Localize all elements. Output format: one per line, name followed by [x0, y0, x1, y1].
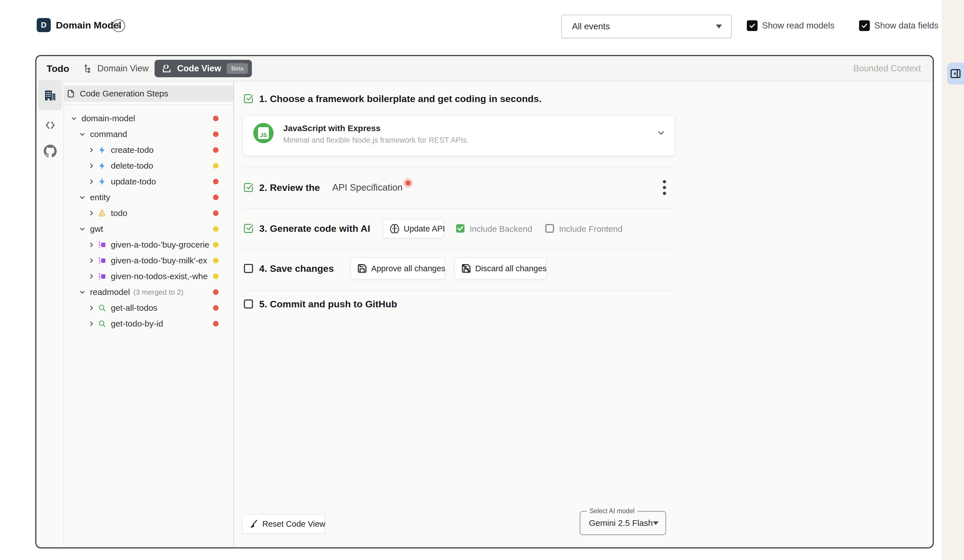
chevron-right-icon [88, 162, 96, 169]
panel-collapse-icon [949, 68, 961, 80]
status-dot [213, 321, 218, 327]
search-icon [98, 304, 107, 312]
gwt-scenario-icon [98, 272, 107, 280]
tree-node-update-todo[interactable]: update-todo [64, 174, 233, 189]
save-off-icon [461, 264, 471, 273]
tree-divider [233, 81, 234, 549]
update-api-button[interactable]: Update API [383, 219, 444, 238]
context-name: Todo [47, 56, 69, 81]
ai-model-value: Gemini 2.5 Flash [589, 512, 653, 534]
events-filter-select[interactable]: All events [561, 15, 731, 38]
status-dot [213, 116, 218, 121]
checkbox-checked-icon [747, 20, 757, 31]
tree-header-label: Code Generation Steps [80, 89, 168, 98]
tab-label: Code View [177, 63, 221, 73]
events-filter-value: All events [572, 21, 610, 32]
divider [243, 208, 675, 208]
gwt-scenario-icon [98, 256, 107, 265]
tree-node-gwt-scenario[interactable]: given-a-todo-'buy-grocerie [64, 237, 233, 252]
divider [243, 167, 675, 168]
kebab-menu-icon[interactable] [661, 179, 668, 197]
checkbox-unchecked-icon [243, 263, 254, 274]
discard-all-changes-button[interactable]: Discard all changes [454, 257, 546, 280]
tree-node-gwt-scenario[interactable]: given-no-todos-exist,-whe [64, 269, 233, 284]
status-dot [213, 242, 218, 247]
status-dot [213, 305, 218, 311]
step4-checkbox[interactable] [243, 263, 254, 275]
status-dot [213, 258, 218, 264]
broom-icon [249, 519, 258, 529]
tab-label: Domain View [97, 63, 149, 73]
status-dot [213, 273, 218, 279]
step2-checkbox[interactable] [243, 182, 254, 194]
save-icon [357, 264, 367, 273]
tab-code-view[interactable]: Code View Beta [155, 60, 252, 77]
framework-select-card[interactable]: JS JavaScript with Express Minimal and f… [243, 115, 675, 156]
chevron-down-icon [79, 194, 86, 201]
approve-all-changes-button[interactable]: Approve all changes [350, 257, 445, 280]
checkbox-unchecked-icon [243, 299, 254, 309]
tree-node-get-todo-by-id[interactable]: get-todo-by-id [64, 316, 233, 332]
merge-info: (3 merged to 2) [134, 288, 184, 296]
include-frontend-toggle[interactable]: Include Frontend [544, 223, 622, 235]
rail-item-model[interactable] [38, 80, 62, 110]
code-icon [45, 120, 55, 130]
status-dot [213, 289, 218, 295]
tree-node-todo[interactable]: todo [64, 205, 233, 221]
status-dot [213, 210, 218, 216]
tree-node-entity[interactable]: entity [64, 189, 233, 205]
tree-node-command[interactable]: command [64, 126, 233, 142]
app-logo: D [37, 18, 51, 32]
tree-node-readmodel[interactable]: readmodel (3 merged to 2) [64, 284, 233, 300]
chevron-down-icon [656, 128, 666, 138]
code-tree: Code Generation Steps domain-model comma… [64, 81, 233, 549]
tree-header-code-generation-steps[interactable]: Code Generation Steps [64, 85, 233, 102]
tab-domain-view[interactable]: Domain View [79, 60, 153, 77]
framework-subtitle: Minimal and flexible Node.js framework f… [283, 136, 469, 145]
ai-model-select[interactable]: Select AI model Gemini 2.5 Flash [580, 511, 666, 535]
rail-item-github[interactable] [38, 141, 62, 161]
code-view-icon [161, 63, 172, 74]
notification-dot [405, 181, 410, 186]
reset-code-view-button[interactable]: Reset Code View [242, 514, 325, 534]
step1-title: 1. Choose a framework boilerplate and ge… [259, 93, 542, 104]
step3-checkbox[interactable] [243, 223, 254, 235]
step1-checkbox[interactable] [243, 93, 254, 105]
caret-down-icon [653, 521, 659, 525]
building-icon [44, 88, 57, 102]
include-backend-toggle[interactable]: Include Backend [455, 223, 532, 235]
divider [64, 104, 233, 105]
tree-node-delete-todo[interactable]: delete-todo [64, 158, 233, 174]
tree-node-gwt-scenario[interactable]: given-a-todo-'buy-milk'-ex [64, 252, 233, 269]
checkbox-checked-icon [455, 223, 466, 235]
file-icon [66, 89, 75, 98]
tree-node-gwt[interactable]: gwt [64, 221, 233, 237]
api-specification-link[interactable]: API Specification [332, 182, 402, 193]
bounded-context-panel: Todo Domain View Code View Beta Bounded … [35, 55, 934, 549]
beta-badge: Beta [227, 63, 248, 74]
checkbox-checked-icon [243, 93, 254, 104]
toggle-label: Show data fields [874, 21, 938, 31]
chevron-down-icon [79, 225, 86, 233]
chevron-right-icon [88, 147, 96, 154]
chevron-down-icon [79, 130, 86, 138]
search-icon [98, 319, 107, 328]
bounded-context-label: Bounded Context [853, 56, 921, 81]
rail-item-code[interactable] [38, 115, 62, 135]
checkbox-unchecked-icon [544, 223, 555, 235]
show-data-fields-toggle[interactable]: Show data fields [859, 20, 938, 31]
chevron-right-icon [88, 241, 96, 248]
collapse-panel-button[interactable] [947, 63, 964, 85]
tree-node-domain-model[interactable]: domain-model [64, 111, 233, 126]
divider [243, 249, 675, 249]
status-dot [213, 179, 218, 184]
help-icon[interactable]: ? [112, 19, 125, 32]
step4-title: 4. Save changes [259, 263, 334, 274]
status-dot [213, 226, 218, 232]
brain-icon [389, 224, 400, 234]
show-read-models-toggle[interactable]: Show read models [747, 20, 835, 31]
step5-checkbox[interactable] [243, 299, 254, 311]
caret-down-icon [716, 24, 722, 28]
tree-node-create-todo[interactable]: create-todo [64, 142, 233, 158]
tree-node-get-all-todos[interactable]: get-all-todos [64, 300, 233, 316]
